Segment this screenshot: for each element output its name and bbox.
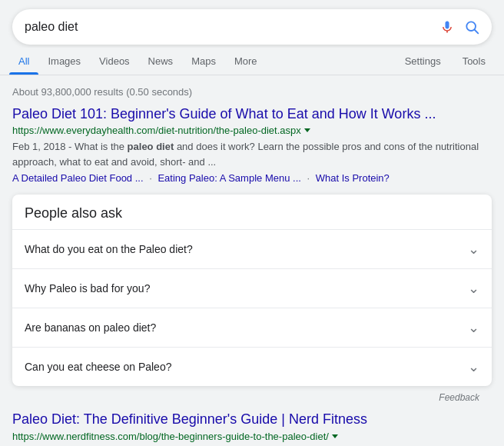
search-button[interactable] xyxy=(464,19,479,35)
tab-videos[interactable]: Videos xyxy=(90,48,139,75)
second-result-url-row: https://www.nerdfitness.com/blog/the-beg… xyxy=(12,431,492,442)
first-result-title[interactable]: Paleo Diet 101: Beginner's Guide of What… xyxy=(12,106,436,121)
search-icon xyxy=(464,19,479,35)
tab-settings[interactable]: Settings xyxy=(396,48,450,75)
result-link-1[interactable]: A Detailed Paleo Diet Food ... xyxy=(12,172,144,184)
chevron-icon-4: ⌄ xyxy=(468,358,479,375)
paa-question-2: Why Paleo is bad for you? xyxy=(25,282,150,295)
tab-tools[interactable]: Tools xyxy=(453,48,495,75)
feedback-row: Feedback xyxy=(12,389,492,406)
people-also-ask-box: People also ask What do you eat on the P… xyxy=(12,195,492,386)
first-result-url-row: https://www.everydayhealth.com/diet-nutr… xyxy=(12,125,492,136)
mic-button[interactable] xyxy=(439,19,455,35)
second-result-title[interactable]: Paleo Diet: The Definitive Beginner's Gu… xyxy=(12,411,367,427)
mic-icon xyxy=(439,19,455,35)
second-result-url-dropdown[interactable] xyxy=(332,434,338,438)
snippet-prefix: - What is the xyxy=(65,141,127,152)
snippet-bold: paleo diet xyxy=(128,141,174,152)
paa-item-3[interactable]: Are bananas on paleo diet? ⌄ xyxy=(12,308,492,347)
nav-tabs: All Images Videos News Maps More Setting… xyxy=(0,48,504,75)
tab-more[interactable]: More xyxy=(225,48,267,75)
first-result-url-dropdown[interactable] xyxy=(304,128,310,132)
link-sep-1: · xyxy=(149,172,154,184)
search-bar-container xyxy=(0,0,504,45)
svg-line-1 xyxy=(475,30,479,34)
search-bar xyxy=(12,9,492,45)
paa-question-4: Can you eat cheese on Paleo? xyxy=(25,361,171,373)
first-result-url: https://www.everydayhealth.com/diet-nutr… xyxy=(12,125,301,136)
second-result-url: https://www.nerdfitness.com/blog/the-beg… xyxy=(12,431,329,442)
first-result-links: A Detailed Paleo Diet Food ... · Eating … xyxy=(12,172,492,184)
paa-item-4[interactable]: Can you eat cheese on Paleo? ⌄ xyxy=(12,347,492,386)
first-result: Paleo Diet 101: Beginner's Guide of What… xyxy=(12,105,492,184)
result-link-2[interactable]: Eating Paleo: A Sample Menu ... xyxy=(158,172,300,184)
chevron-icon-3: ⌄ xyxy=(468,319,479,336)
paa-item-1[interactable]: What do you eat on the Paleo diet? ⌄ xyxy=(12,229,492,268)
tab-maps[interactable]: Maps xyxy=(182,48,225,75)
snippet-date: Feb 1, 2018 xyxy=(12,141,65,152)
nav-right: Settings Tools xyxy=(396,48,495,75)
tab-images[interactable]: Images xyxy=(38,48,90,75)
second-result: Paleo Diet: The Definitive Beginner's Gu… xyxy=(12,406,492,446)
link-sep-2: · xyxy=(307,172,312,184)
first-result-snippet: Feb 1, 2018 - What is the paleo diet and… xyxy=(12,139,489,169)
chevron-icon-2: ⌄ xyxy=(468,280,479,297)
paa-question-3: Are bananas on paleo diet? xyxy=(25,321,156,334)
tab-all[interactable]: All xyxy=(9,48,38,75)
feedback-link[interactable]: Feedback xyxy=(439,392,479,403)
tab-news[interactable]: News xyxy=(139,48,183,75)
results-count: About 93,800,000 results (0.50 seconds) xyxy=(12,82,492,105)
paa-heading: People also ask xyxy=(12,195,492,229)
search-input[interactable] xyxy=(25,20,439,34)
search-icons xyxy=(439,19,479,35)
paa-item-2[interactable]: Why Paleo is bad for you? ⌄ xyxy=(12,268,492,308)
chevron-icon-1: ⌄ xyxy=(468,241,479,258)
result-link-3[interactable]: What Is Protein? xyxy=(316,172,390,184)
results-area: About 93,800,000 results (0.50 seconds) … xyxy=(0,75,504,446)
paa-question-1: What do you eat on the Paleo diet? xyxy=(25,243,193,255)
